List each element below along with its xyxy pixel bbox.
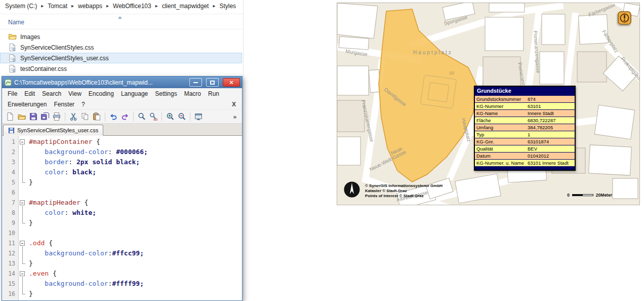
save-all-button[interactable] — [39, 111, 51, 122]
copy-icon — [80, 112, 90, 121]
cut-button[interactable] — [68, 111, 79, 122]
maptip-row: KG-Nummer63101 — [475, 103, 575, 109]
line-number: 4 — [2, 167, 15, 177]
menu-item-run[interactable]: Run — [205, 90, 223, 97]
maptip-field-value: Innere Stadt — [526, 110, 575, 117]
breadcrumb-item[interactable]: client_mapwidget — [161, 3, 210, 10]
fold-cell — [19, 269, 26, 279]
attribution-line: © SynerGIS Informationssysteme GmbH — [365, 183, 442, 189]
map-warning-icon[interactable] — [618, 11, 631, 25]
fold-collapse-icon[interactable] — [20, 271, 25, 276]
copy-button[interactable] — [79, 111, 91, 122]
column-header-name[interactable]: Name — [8, 19, 24, 26]
view-doc-icon — [194, 112, 203, 121]
fold-margin[interactable] — [19, 136, 26, 300]
menu-bar-row1: FileEditSearchViewEncodingLanguageSettin… — [2, 88, 242, 99]
code-line: #maptipHeader { — [29, 198, 242, 208]
print-icon — [52, 112, 61, 121]
new-file-button[interactable] — [5, 111, 16, 122]
menu-item-help[interactable]: ? — [78, 101, 89, 108]
maptip-popup: Grundstücke Grundstücksnummer874KG-Numme… — [474, 86, 576, 171]
line-number: 15 — [2, 279, 15, 289]
menu-item-settings[interactable]: Settings — [151, 90, 180, 97]
fold-collapse-icon[interactable] — [20, 241, 25, 246]
menu-item-fenster[interactable]: Fenster — [50, 101, 78, 108]
toolbar-overflow-button[interactable]: » — [233, 113, 239, 121]
maptip-field-label: Qualität — [475, 145, 526, 152]
breadcrumb: System (C:)▶Tomcat▶webapps▶WebOffice103▶… — [4, 3, 237, 10]
title-bar[interactable]: C:\Tomcat\webapps\WebOffice103\client_ma… — [2, 77, 242, 88]
scale-end-label: 20Meter — [596, 193, 612, 198]
fold-collapse-icon[interactable] — [20, 200, 25, 205]
menu-item-macro[interactable]: Macro — [181, 90, 205, 97]
menu-item-erweiterungen[interactable]: Erweiterungen — [4, 101, 50, 108]
line-number: 6 — [2, 187, 15, 198]
maptip-field-label: KG-Name — [475, 110, 526, 117]
breadcrumb-item[interactable]: webapps — [77, 3, 103, 10]
file-row[interactable]: testContainer.css — [0, 63, 242, 74]
file-row[interactable]: SynServiceClientStyles_user.css — [0, 53, 242, 63]
fold-cell — [19, 238, 26, 248]
tab-bar: SynServiceClientStyles_user.css — [2, 124, 242, 136]
breadcrumb-item[interactable]: Styles — [218, 3, 237, 10]
redo-button[interactable] — [119, 111, 131, 122]
find-icon — [137, 112, 146, 121]
maptip-row: KG-Nummer. u. Name63101 Innere Stadt — [475, 160, 575, 166]
notepadpp-window: C:\Tomcat\webapps\WebOffice103\client_ma… — [2, 76, 243, 301]
zoom-in-button[interactable] — [165, 111, 176, 122]
line-number: 10 — [2, 228, 15, 238]
breadcrumb-arrow-icon: ▶ — [106, 4, 109, 8]
tab-active[interactable]: SynServiceClientStyles_user.css — [3, 125, 103, 136]
file-row[interactable]: SynServiceClientStyles.css — [0, 42, 242, 53]
notepadpp-icon — [5, 79, 12, 86]
undo-button[interactable] — [108, 111, 119, 122]
breadcrumb-item[interactable]: WebOffice103 — [112, 3, 152, 10]
paste-button[interactable] — [91, 111, 102, 122]
fold-cell — [19, 248, 26, 258]
open-file-button[interactable] — [16, 111, 27, 122]
css-file-icon — [8, 64, 17, 73]
menu-item-language[interactable]: Language — [117, 90, 151, 97]
zoom-out-button[interactable] — [176, 111, 187, 122]
undo-icon — [109, 112, 118, 121]
breadcrumb-item[interactable]: Tomcat — [47, 3, 68, 10]
maximize-button[interactable] — [206, 78, 219, 87]
print-button[interactable] — [51, 111, 62, 122]
street-label: Hauptplatz — [413, 50, 453, 55]
breadcrumb-divider — [0, 14, 243, 14]
fold-cell — [19, 258, 26, 269]
toolbar-buttons: ab — [5, 111, 204, 122]
map-attribution: © SynerGIS Informationssysteme GmbHKatas… — [365, 183, 442, 199]
map-widget[interactable]: 10 MurgasseSporgasseHauptplatzDavidgasse… — [337, 3, 640, 205]
find-button[interactable] — [136, 111, 147, 122]
menu-item-search[interactable]: Search — [38, 90, 65, 97]
code-editor[interactable]: 12345678910111213141516 #maptipContainer… — [2, 136, 242, 300]
code-line: } — [29, 258, 242, 269]
menu-item-view[interactable]: View — [65, 90, 85, 97]
paste-icon — [92, 112, 101, 121]
menu-item-encoding[interactable]: Encoding — [85, 90, 117, 97]
close-button[interactable]: × — [223, 78, 240, 87]
file-name: Images — [20, 33, 40, 41]
toolbar-separator — [65, 112, 65, 121]
menu-item-file[interactable]: File — [4, 90, 21, 97]
line-number: 14 — [2, 269, 15, 279]
save-icon — [29, 112, 38, 121]
save-button[interactable] — [28, 111, 39, 122]
redo-icon — [120, 112, 130, 121]
code-line: background-color: #000066; — [29, 147, 242, 157]
fold-cell — [19, 137, 26, 147]
toolbar-separator — [190, 112, 190, 121]
line-number: 1 — [2, 137, 15, 147]
minimize-button[interactable] — [189, 78, 202, 87]
replace-button[interactable]: ab — [148, 111, 159, 122]
maptip-field-label: Typ — [475, 131, 526, 138]
breadcrumb-item[interactable]: System (C:) — [4, 3, 38, 10]
view-doc-button[interactable] — [193, 111, 204, 122]
file-row[interactable]: Images — [0, 31, 242, 42]
file-name: SynServiceClientStyles_user.css — [20, 55, 109, 62]
fold-collapse-icon[interactable] — [20, 139, 25, 144]
menubar-close-button[interactable]: X — [232, 101, 240, 108]
menu-item-edit[interactable]: Edit — [21, 90, 38, 97]
code-area[interactable]: #maptipContainer { background-color: #00… — [26, 136, 242, 300]
